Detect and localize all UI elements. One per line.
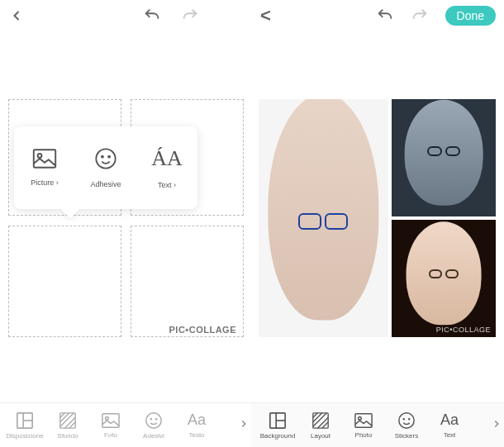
svg-point-1 xyxy=(38,154,42,158)
undo-icon[interactable] xyxy=(376,7,394,25)
tool-photo[interactable]: Photo xyxy=(342,412,385,439)
collage-cell[interactable] xyxy=(8,226,121,337)
scroll-right-icon[interactable] xyxy=(238,416,250,435)
scroll-right-icon[interactable] xyxy=(491,416,502,435)
tool-layout[interactable]: Background xyxy=(256,411,299,440)
add-adhesive-button[interactable]: Adhesive xyxy=(75,126,136,209)
share-icon[interactable]: < xyxy=(260,5,271,26)
svg-point-19 xyxy=(359,416,362,420)
tool-label: Disposizione xyxy=(6,432,43,440)
toolbar-left: Disposizione Sfondo Foto Adesivi Aa Test… xyxy=(0,403,251,447)
done-button[interactable]: Done xyxy=(445,6,496,26)
svg-point-4 xyxy=(108,156,110,158)
canvas-left: PIC•COLLAGE Picture › Adhesive ÁA Text › xyxy=(0,31,252,337)
svg-point-11 xyxy=(146,412,161,427)
tool-stickers[interactable]: Adesivi xyxy=(132,411,175,440)
watermark: PIC•COLLAGE xyxy=(169,325,236,335)
collage-cell-top[interactable] xyxy=(392,99,496,216)
svg-point-10 xyxy=(106,416,109,420)
svg-point-12 xyxy=(150,418,151,419)
add-content-popup: Picture › Adhesive ÁA Text › xyxy=(14,126,197,209)
add-picture-button[interactable]: Picture › xyxy=(14,126,75,209)
collage-cell[interactable]: PIC•COLLAGE xyxy=(131,226,244,337)
collage-grid-filled: PIC•COLLAGE xyxy=(259,99,496,337)
collage-cell-main[interactable] xyxy=(259,99,388,337)
popup-text-label: Text › xyxy=(158,181,176,189)
bottom-toolbar: Disposizione Sfondo Foto Adesivi Aa Test… xyxy=(0,402,504,447)
undo-icon[interactable] xyxy=(143,7,161,25)
text-aa-icon: Aa xyxy=(188,411,206,429)
tool-label: Testo xyxy=(188,431,204,439)
tool-photo[interactable]: Foto xyxy=(89,412,132,439)
tool-background[interactable]: Sfondo xyxy=(46,411,89,440)
tool-text[interactable]: Aa Testo xyxy=(175,411,218,439)
tool-label: Stickers xyxy=(395,432,418,440)
svg-rect-18 xyxy=(355,413,372,427)
svg-point-13 xyxy=(156,418,157,419)
redo-icon[interactable] xyxy=(181,7,199,25)
toolbar-right: Background Layout Photo Stickers Aa Text xyxy=(251,403,504,447)
tool-label: Foto xyxy=(104,431,117,439)
back-icon[interactable] xyxy=(8,7,25,24)
tool-label: Photo xyxy=(355,431,373,439)
tool-background[interactable]: Layout xyxy=(299,411,342,440)
top-toolbar: < Done xyxy=(0,0,504,31)
svg-point-22 xyxy=(409,418,410,419)
svg-rect-0 xyxy=(34,150,55,168)
tool-text[interactable]: Aa Text xyxy=(428,411,471,439)
tool-label: Background xyxy=(260,432,296,440)
watermark: PIC•COLLAGE xyxy=(436,326,491,334)
tool-label: Layout xyxy=(311,432,330,440)
add-text-button[interactable]: ÁA Text › xyxy=(136,126,197,209)
collage-cell-bottom[interactable]: PIC•COLLAGE xyxy=(392,220,496,337)
popup-adhesive-label: Adhesive xyxy=(90,180,121,188)
tool-label: Text xyxy=(444,431,456,439)
canvas-area: PIC•COLLAGE Picture › Adhesive ÁA Text › xyxy=(0,31,504,337)
topbar-left xyxy=(0,0,252,31)
svg-rect-9 xyxy=(102,413,119,427)
popup-picture-label: Picture › xyxy=(31,178,59,187)
tool-layout[interactable]: Disposizione xyxy=(3,411,46,440)
canvas-right: PIC•COLLAGE xyxy=(252,31,504,337)
svg-point-2 xyxy=(96,149,115,168)
tool-label: Sfondo xyxy=(57,432,78,440)
tool-label: Adesivi xyxy=(143,432,164,440)
topbar-right: < Done xyxy=(252,0,504,31)
svg-point-21 xyxy=(403,418,404,419)
text-aa-icon: Aa xyxy=(440,411,459,429)
redo-icon[interactable] xyxy=(411,7,429,25)
svg-point-20 xyxy=(399,412,414,427)
svg-point-3 xyxy=(102,156,103,158)
text-aa-icon: ÁA xyxy=(151,146,183,171)
tool-stickers[interactable]: Stickers xyxy=(385,411,428,440)
